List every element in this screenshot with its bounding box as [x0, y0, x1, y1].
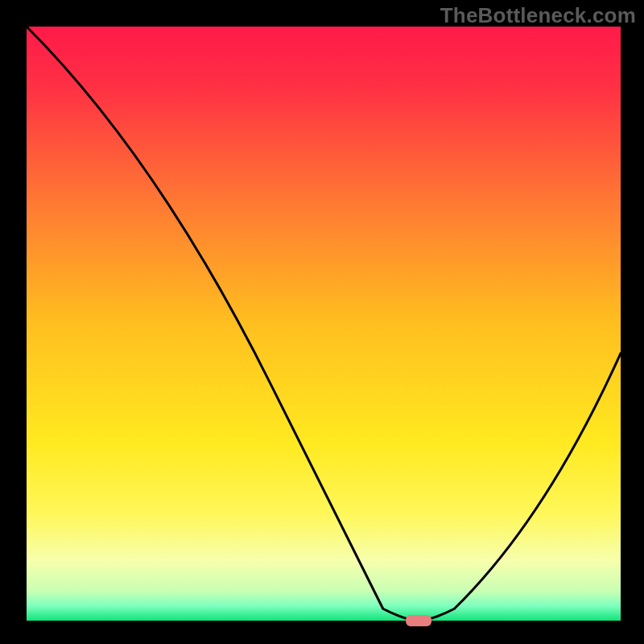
- bottleneck-chart: [0, 0, 644, 644]
- watermark-text: TheBottleneck.com: [440, 3, 636, 28]
- chart-container: TheBottleneck.com: [0, 0, 644, 644]
- optimal-marker: [406, 615, 431, 626]
- plot-area: [27, 27, 621, 621]
